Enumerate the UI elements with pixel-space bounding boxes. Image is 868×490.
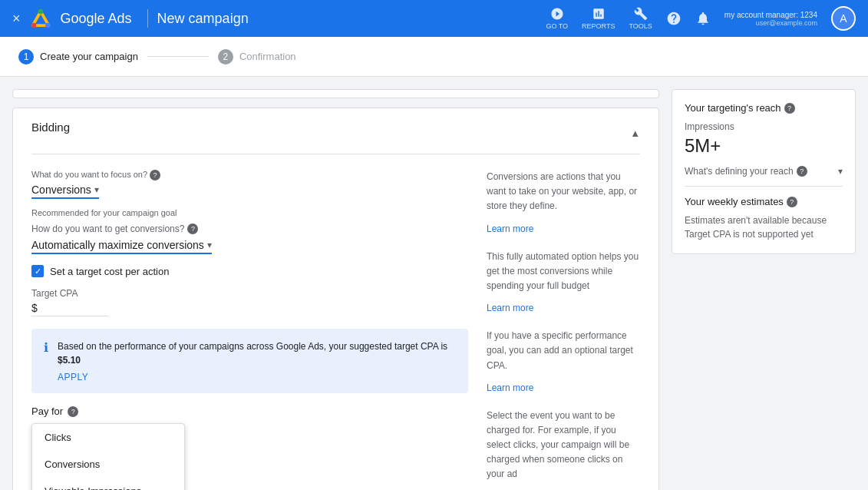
svg-point-3 xyxy=(38,9,43,15)
right-para-3: If you have a specific performance goal,… xyxy=(487,329,640,373)
estimates-help-icon[interactable]: ? xyxy=(787,197,797,207)
breadcrumb-connector xyxy=(147,56,209,57)
defining-reach-row[interactable]: What's defining your reach ? ▾ xyxy=(685,166,843,177)
recommended-label: Recommended for your campaign goal xyxy=(31,208,468,217)
tools-icon[interactable]: TOOLS xyxy=(629,7,652,30)
bidding-left-col: What do you want to focus on? ? Conversi… xyxy=(31,170,468,490)
focus-value: Conversions xyxy=(31,184,91,196)
defining-reach-label-wrapper: What's defining your reach ? xyxy=(685,166,807,177)
info-text: Based on the performance of your campaig… xyxy=(58,339,456,367)
bidding-right-col: Conversions are actions that you want to… xyxy=(487,170,640,490)
breadcrumb-step-2: 2 Confirmation xyxy=(218,49,296,65)
bidding-title: Bidding xyxy=(31,121,70,134)
sidebar: Your targeting's reach ? Impressions 5M+… xyxy=(672,89,856,254)
weekly-estimates-title: Your weekly estimates ? xyxy=(685,196,843,207)
bidding-collapse-btn[interactable]: ▲ xyxy=(630,127,640,139)
right-para-2: This fully automated option helps you ge… xyxy=(487,250,640,294)
dollar-sign: $ xyxy=(31,302,38,314)
how-conversions-label: How do you want to get conversions? ? xyxy=(31,223,468,234)
svg-point-1 xyxy=(31,23,36,28)
target-cpa-label: Target CPA xyxy=(31,288,468,299)
focus-field-label: What do you want to focus on? ? xyxy=(31,170,468,180)
target-cpa-input[interactable] xyxy=(41,302,102,314)
breadcrumb-step-1: 1 Create your campaign xyxy=(18,49,138,65)
notification-icon[interactable] xyxy=(695,11,711,26)
bidding-header: Bidding ▲ xyxy=(13,108,658,146)
target-cost-checkbox-row[interactable]: Set a target cost per action xyxy=(31,265,468,277)
nav-actions: GO TO REPORTS TOOLS my account manager: … xyxy=(546,6,856,31)
close-icon[interactable]: × xyxy=(12,11,21,27)
svg-point-2 xyxy=(45,23,50,28)
how-conversions-help-icon[interactable]: ? xyxy=(187,223,198,234)
pay-for-label: Pay for xyxy=(31,406,63,417)
defining-reach-help-icon[interactable]: ? xyxy=(797,166,807,177)
page-subtitle: New campaign xyxy=(157,11,249,27)
focus-select[interactable]: Conversions ▾ xyxy=(31,184,99,199)
dropdown-item-viewable-impressions[interactable]: Viewable Impressions xyxy=(32,478,184,490)
dropdown-item-clicks[interactable]: Clicks xyxy=(32,424,184,451)
auto-maximize-value: Automatically maximize conversions xyxy=(31,239,204,251)
auto-maximize-arrow: ▾ xyxy=(207,240,212,250)
target-cpa-input-wrapper: $ xyxy=(31,302,108,316)
avatar[interactable]: A xyxy=(831,6,856,31)
sidebar-chevron-down[interactable]: ▾ xyxy=(838,166,843,177)
nav-divider xyxy=(147,9,148,28)
info-icon: ℹ xyxy=(44,340,48,382)
step-1-number: 1 xyxy=(18,49,34,65)
estimates-text: Estimates aren't available because Targe… xyxy=(685,214,843,241)
impressions-label: Impressions xyxy=(685,121,843,132)
focus-help-icon[interactable]: ? xyxy=(150,170,160,180)
learn-more-1[interactable]: Learn more xyxy=(487,223,533,234)
info-suggestion-box: ℹ Based on the performance of your campa… xyxy=(31,329,468,393)
apply-button[interactable]: APPLY xyxy=(58,372,88,382)
reports-icon[interactable]: REPORTS xyxy=(582,7,615,30)
learn-more-2[interactable]: Learn more xyxy=(487,303,533,313)
bidding-card: Bidding ▲ What do you want to focus on? … xyxy=(12,108,659,490)
step-1-label: Create your campaign xyxy=(40,51,138,62)
bidding-content: What do you want to focus on? ? Conversi… xyxy=(13,154,658,490)
info-content: Based on the performance of your campaig… xyxy=(58,339,456,382)
impressions-value: 5M+ xyxy=(685,135,843,157)
step-2-label: Confirmation xyxy=(239,51,296,62)
top-spacer xyxy=(12,89,659,98)
focus-dropdown-arrow: ▾ xyxy=(94,184,99,195)
app-title: Google Ads xyxy=(61,11,132,27)
targeting-help-icon[interactable]: ? xyxy=(784,103,795,114)
pay-for-dropdown: Clicks Conversions Viewable Impressions xyxy=(31,423,185,490)
goto-icon[interactable]: GO TO xyxy=(546,7,568,30)
dropdown-item-conversions[interactable]: Conversions xyxy=(32,451,184,478)
learn-more-3[interactable]: Learn more xyxy=(487,382,533,393)
right-para-1: Conversions are actions that you want to… xyxy=(487,170,640,214)
pay-for-row: Pay for ? xyxy=(31,406,468,417)
pay-for-help-icon[interactable]: ? xyxy=(68,406,78,417)
sidebar-divider xyxy=(685,186,843,187)
google-ads-logo xyxy=(30,8,51,29)
right-para-4: Select the event you want to be charged … xyxy=(487,409,640,482)
user-info: my account manager: 1234 user@example.co… xyxy=(724,11,817,27)
target-cost-checkbox[interactable] xyxy=(31,265,44,277)
auto-maximize-select[interactable]: Automatically maximize conversions ▾ xyxy=(31,239,212,254)
breadcrumb-bar: 1 Create your campaign 2 Confirmation xyxy=(0,37,868,77)
top-nav: × Google Ads New campaign GO TO REPORTS … xyxy=(0,0,868,37)
targeting-title: Your targeting's reach ? xyxy=(685,102,843,114)
sidebar-targeting-card: Your targeting's reach ? Impressions 5M+… xyxy=(672,89,856,254)
main-layout: Bidding ▲ What do you want to focus on? … xyxy=(0,77,868,490)
content-area: Bidding ▲ What do you want to focus on? … xyxy=(12,89,659,490)
help-icon[interactable] xyxy=(666,11,682,26)
step-2-number: 2 xyxy=(218,49,233,65)
target-cost-label: Set a target cost per action xyxy=(50,266,169,277)
